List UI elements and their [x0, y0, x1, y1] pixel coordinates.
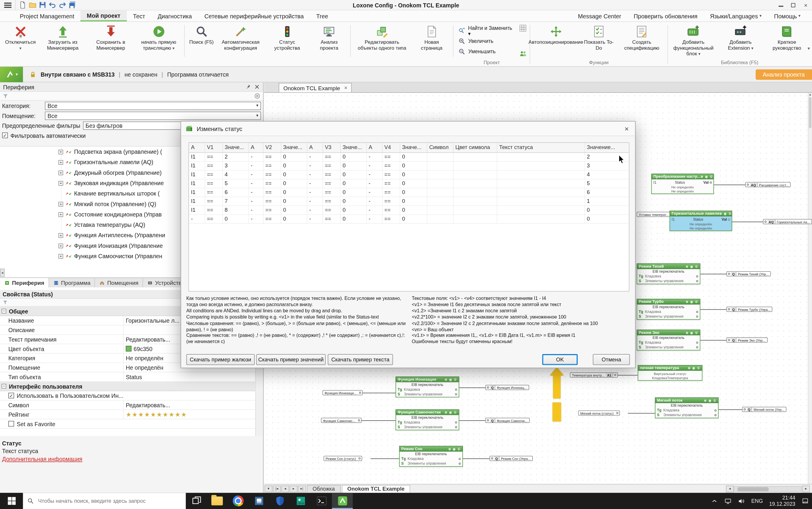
- dialog-close-icon[interactable]: ×: [622, 125, 631, 133]
- cell[interactable]: 2: [584, 152, 630, 161]
- cell[interactable]: 0: [281, 152, 307, 161]
- port[interactable]: [696, 310, 698, 313]
- cell[interactable]: [427, 197, 453, 206]
- cell[interactable]: ==: [382, 206, 400, 214]
- cell[interactable]: -: [366, 197, 382, 206]
- port[interactable]: [696, 280, 698, 282]
- nav-first-button[interactable]: ▾: [265, 485, 272, 492]
- quick-save-button[interactable]: [39, 1, 46, 9]
- canvas-tab[interactable]: Onokom TCL Example ×: [279, 83, 352, 92]
- column-header-14[interactable]: Цвет символа: [453, 143, 497, 152]
- port[interactable]: [455, 426, 457, 428]
- cell[interactable]: -: [307, 206, 323, 214]
- expand-plus-icon[interactable]: +: [59, 170, 63, 175]
- download-values-example-button[interactable]: Скачать пример значений: [256, 354, 326, 365]
- property-row-11[interactable]: СимволРедактировать...: [0, 401, 255, 410]
- minimize-button[interactable]: [774, 0, 787, 10]
- panel-tab-1[interactable]: Периферия: [0, 278, 49, 287]
- cell[interactable]: I1: [189, 152, 205, 161]
- cell[interactable]: 3: [223, 161, 248, 170]
- clock[interactable]: 21:4419.12.2023: [766, 493, 799, 509]
- checkbox[interactable]: [8, 421, 14, 427]
- ribbon-button-zoom-out[interactable]: Уменьшить: [455, 46, 518, 57]
- cell[interactable]: ==: [205, 161, 223, 170]
- cell[interactable]: -: [307, 188, 323, 197]
- column-header-1[interactable]: A: [189, 143, 205, 152]
- connector-out-2[interactable]: AQГоризонтальные ла...: [763, 219, 812, 225]
- search-input[interactable]: [38, 498, 174, 504]
- block-title[interactable]: Преобразование настр...⊕ ◉ ①: [651, 174, 714, 179]
- taskbar-search[interactable]: [23, 493, 186, 509]
- analyze-project-button[interactable]: Анализ проекта: [755, 69, 812, 79]
- page-tab-2[interactable]: Onokom TCL Example: [342, 485, 410, 493]
- cell[interactable]: [427, 214, 453, 223]
- port[interactable]: [455, 393, 457, 395]
- clear-filter-icon[interactable]: [254, 93, 260, 99]
- condition-row-3[interactable]: I1==4-==0-==0-==04: [189, 170, 630, 179]
- menu-right-item-4[interactable]: Помощь▾: [768, 10, 807, 21]
- cell[interactable]: 0: [340, 206, 366, 214]
- function-block-режим-эко[interactable]: Режим Эко⊕ ◉ ①EIB переключательTgКладовк…: [637, 330, 700, 350]
- nav-last-button[interactable]: ▸|: [298, 485, 306, 492]
- connector-out-7[interactable]: QФункция Ионизац...: [485, 385, 529, 390]
- port[interactable]: [696, 341, 698, 343]
- cell[interactable]: [453, 197, 497, 206]
- port[interactable]: [491, 457, 493, 459]
- connector-in-12[interactable]: Режим Сон (статус): [324, 456, 362, 461]
- cell[interactable]: 0: [340, 179, 366, 188]
- cell[interactable]: I1: [189, 206, 205, 214]
- cell[interactable]: -: [366, 188, 382, 197]
- menu-right-item-1[interactable]: Message Center: [572, 10, 628, 21]
- cell[interactable]: ==: [323, 152, 340, 161]
- expand-plus-icon[interactable]: +: [59, 233, 63, 237]
- connector-in-15[interactable]: Уставка температ...: [637, 212, 675, 217]
- cell[interactable]: -: [248, 197, 263, 206]
- property-row-8[interactable]: Тип объектаStatus: [0, 372, 255, 382]
- cell[interactable]: [497, 214, 584, 223]
- cell[interactable]: 1: [584, 197, 630, 206]
- cell[interactable]: [453, 179, 497, 188]
- cell[interactable]: 0: [281, 214, 307, 223]
- cell[interactable]: 7: [223, 197, 248, 206]
- cell[interactable]: ==: [382, 170, 400, 179]
- condition-row-6[interactable]: I1==7-==0-==0-==01: [189, 197, 630, 206]
- connector-in-11[interactable]: Функция Самоочис...: [321, 418, 362, 423]
- port[interactable]: [359, 392, 361, 394]
- users-button[interactable]: [519, 50, 527, 58]
- cell[interactable]: [497, 188, 584, 197]
- cell[interactable]: 0: [340, 170, 366, 179]
- cell[interactable]: ==: [323, 161, 340, 170]
- cell[interactable]: -: [366, 214, 382, 223]
- cell[interactable]: 0: [223, 214, 248, 223]
- maximize-button[interactable]: [787, 0, 799, 10]
- function-block-режим-сон[interactable]: Режим Сон⊕ ◉ ①EIB переключательTgКладовк…: [399, 446, 463, 467]
- scrollbar-track[interactable]: [734, 486, 801, 491]
- connector-out-3[interactable]: QРежим Тихий (Упр...: [726, 271, 771, 276]
- notification-button[interactable]: [799, 493, 812, 509]
- cell[interactable]: -: [366, 206, 382, 214]
- ribbon-button-новая-страница[interactable]: Новая страница: [412, 23, 452, 59]
- cell[interactable]: ==: [263, 152, 281, 161]
- menu-item-2[interactable]: Мой проект: [80, 10, 127, 21]
- connector-out-9[interactable]: QРежим Сон (Упра...: [489, 456, 533, 461]
- block-title[interactable]: Режим Эко⊕ ◉ ①: [637, 330, 700, 335]
- expand-plus-icon[interactable]: +: [59, 243, 63, 248]
- ribbon-button-добавить-функциональный-блок[interactable]: Добавить функциональный блок ▾: [669, 23, 717, 59]
- ribbon-button-краткое-руководство[interactable]: Краткое руководство: [764, 23, 810, 59]
- cell[interactable]: -: [248, 206, 263, 214]
- cell[interactable]: ==: [205, 152, 223, 161]
- cell[interactable]: -: [307, 170, 323, 179]
- cell[interactable]: 0: [400, 188, 427, 197]
- app-button-1[interactable]: [248, 493, 269, 509]
- column-header-15[interactable]: Текст статуса: [497, 143, 584, 152]
- connector-out-5[interactable]: QРежим Эко (Упр...: [726, 337, 767, 343]
- column-header-16[interactable]: Значение...: [584, 143, 630, 152]
- cell[interactable]: ==: [205, 170, 223, 179]
- function-block-функция-самоочистки[interactable]: Функция Самоочистки⊕ ◉ ①EIB переключател…: [396, 409, 459, 430]
- cell[interactable]: -: [307, 214, 323, 223]
- cell[interactable]: -: [366, 161, 382, 170]
- quick-open-folder-button[interactable]: [29, 1, 36, 9]
- column-header-2[interactable]: V1: [205, 143, 223, 152]
- chrome-button[interactable]: [228, 493, 248, 509]
- connector-in-10[interactable]: Функция Ионизаци...: [323, 390, 363, 396]
